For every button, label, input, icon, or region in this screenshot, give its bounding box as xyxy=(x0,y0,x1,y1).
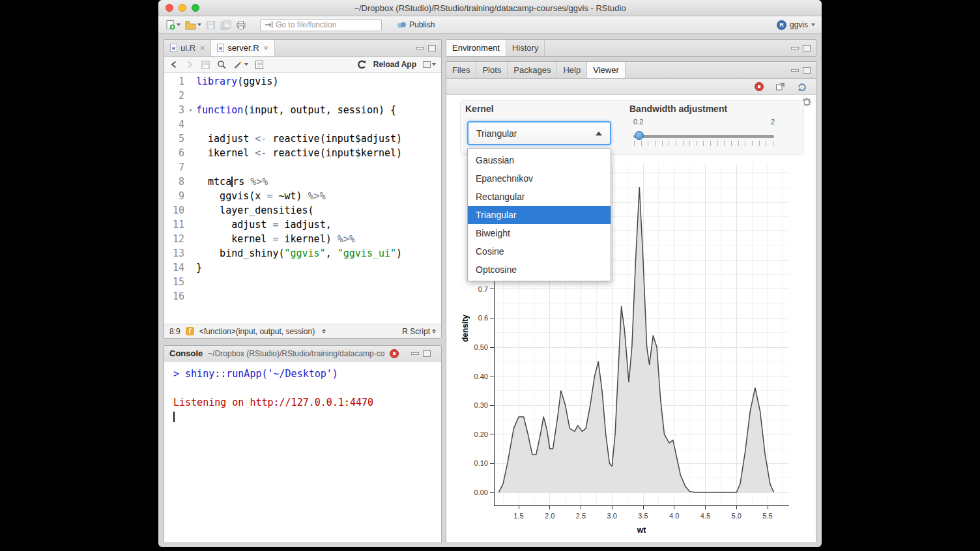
tab-files[interactable]: Files xyxy=(446,62,476,78)
bandwidth-slider-handle[interactable] xyxy=(635,131,644,140)
kernel-option-cosine[interactable]: Cosine xyxy=(468,242,611,261)
kernel-option-epanechnikov[interactable]: Epanechnikov xyxy=(468,169,611,188)
close-tab-icon[interactable]: × xyxy=(200,44,205,53)
svg-text:4.0: 4.0 xyxy=(669,512,679,520)
slider-min-label: 0.2 xyxy=(633,118,643,126)
refresh-icon[interactable] xyxy=(797,82,807,92)
tab-viewer[interactable]: Viewer xyxy=(587,62,626,78)
code-tools-button[interactable] xyxy=(233,60,248,70)
save-all-button[interactable] xyxy=(220,20,231,30)
cursor-position: 8:9 xyxy=(169,327,180,336)
tab-label: Files xyxy=(452,65,470,75)
maximize-pane-button[interactable] xyxy=(803,45,811,51)
open-in-new-window-icon[interactable] xyxy=(775,82,785,91)
code-editor[interactable]: 1 library(ggvis)2 3▾function(input, outp… xyxy=(164,73,441,324)
code-tools-caret-icon xyxy=(244,63,248,66)
publish-icon xyxy=(397,21,407,29)
kernel-dropdown: Gaussian Epanechnikov Rectangular Triang… xyxy=(467,148,611,281)
source-pane: R ui.R × R server.R × xyxy=(164,39,442,339)
source-tabbar: R ui.R × R server.R × xyxy=(164,40,441,57)
kernel-option-biweight[interactable]: Biweight xyxy=(468,224,611,242)
zoom-window-button[interactable] xyxy=(192,4,199,12)
maximize-pane-button[interactable] xyxy=(423,350,431,357)
file-type-selector[interactable]: R Script xyxy=(402,327,430,336)
maximize-pane-button[interactable] xyxy=(428,45,436,51)
compile-report-icon[interactable] xyxy=(255,60,264,70)
tab-history[interactable]: History xyxy=(506,40,545,56)
print-button[interactable] xyxy=(236,20,246,30)
svg-text:0.7: 0.7 xyxy=(478,285,488,293)
project-selector[interactable]: R ggvis xyxy=(777,20,815,30)
bandwidth-slider-track[interactable] xyxy=(633,135,774,138)
tab-ui-r[interactable]: R ui.R × xyxy=(164,40,211,56)
svg-text:5.5: 5.5 xyxy=(762,512,772,520)
minimize-window-button[interactable] xyxy=(179,4,186,12)
r-file-icon: R xyxy=(217,44,224,52)
publish-label: Publish xyxy=(409,20,435,29)
svg-text:wt: wt xyxy=(637,526,646,535)
stop-icon[interactable] xyxy=(390,349,399,358)
viewer-toolbar xyxy=(446,79,816,95)
console-title: Console xyxy=(169,348,203,358)
goto-file-input[interactable] xyxy=(276,20,373,29)
svg-text:2.5: 2.5 xyxy=(576,512,586,520)
kernel-option-triangular[interactable]: Triangular xyxy=(468,206,611,224)
new-file-icon xyxy=(165,20,175,30)
r-project-icon: R xyxy=(777,20,786,30)
file-type-updown-icon xyxy=(432,329,436,333)
minimize-pane-button[interactable] xyxy=(791,47,799,49)
maximize-pane-button[interactable] xyxy=(803,67,811,74)
svg-text:0.40: 0.40 xyxy=(474,373,488,380)
minimize-pane-button[interactable] xyxy=(411,352,419,355)
kernel-option-optcosine[interactable]: Optcosine xyxy=(468,261,611,279)
scope-selector[interactable]: <function>(input, output, session) xyxy=(199,327,315,336)
find-icon[interactable] xyxy=(217,60,227,70)
editor-toolbar: Reload App xyxy=(164,57,441,73)
tab-plots[interactable]: Plots xyxy=(476,62,508,78)
stop-app-icon[interactable] xyxy=(755,82,764,91)
save-file-icon[interactable] xyxy=(201,60,210,70)
svg-text:0.50: 0.50 xyxy=(474,343,488,351)
console-header[interactable]: Console ~/Dropbox (RStudio)/RStudio/trai… xyxy=(164,346,441,361)
console-output[interactable]: > shiny::runApp('~/Desktop') Listening o… xyxy=(164,361,441,543)
editor-statusbar: 8:9 f <function>(input, output, session)… xyxy=(164,324,441,338)
svg-text:3.5: 3.5 xyxy=(638,512,648,520)
tab-help[interactable]: Help xyxy=(557,62,587,78)
new-file-caret-icon xyxy=(177,23,180,26)
tab-label: Environment xyxy=(452,43,500,53)
viewer-pane: Files Plots Packages Help Viewer Ker xyxy=(446,61,816,543)
reload-app-icon[interactable] xyxy=(356,60,367,70)
svg-text:0.30: 0.30 xyxy=(474,401,488,409)
source-pane-menu-button[interactable] xyxy=(423,61,436,68)
kernel-option-gaussian[interactable]: Gaussian xyxy=(468,151,611,169)
svg-text:R: R xyxy=(172,46,175,51)
forward-icon[interactable] xyxy=(185,60,194,69)
back-icon[interactable] xyxy=(169,60,179,69)
open-file-button[interactable] xyxy=(185,20,201,30)
tab-label: Packages xyxy=(513,65,551,75)
minimize-pane-button[interactable] xyxy=(791,69,799,72)
minimize-pane-button[interactable] xyxy=(416,47,424,49)
traffic-lights xyxy=(166,4,199,12)
rstudio-window: ~/Dropbox (RStudio)/RStudio/training/dat… xyxy=(158,0,822,547)
publish-button[interactable]: Publish xyxy=(397,20,435,29)
close-window-button[interactable] xyxy=(166,4,173,12)
close-tab-icon[interactable]: × xyxy=(264,44,268,53)
svg-text:density: density xyxy=(461,315,470,342)
save-button[interactable] xyxy=(206,20,216,30)
tab-environment[interactable]: Environment xyxy=(446,40,506,56)
kernel-select[interactable]: Triangular xyxy=(467,121,611,145)
desktop-background: ~/Dropbox (RStudio)/RStudio/training/dat… xyxy=(0,0,980,551)
new-file-button[interactable] xyxy=(165,20,180,30)
shiny-app-view: Kernel Triangular Gaussian Epanechnikov … xyxy=(446,95,816,543)
svg-text:R: R xyxy=(219,46,222,51)
tab-server-r[interactable]: R server.R × xyxy=(211,40,274,56)
tab-packages[interactable]: Packages xyxy=(508,62,557,78)
open-file-caret-icon xyxy=(197,23,201,26)
reload-app-button[interactable]: Reload App xyxy=(373,60,416,69)
kernel-option-rectangular[interactable]: Rectangular xyxy=(468,188,611,206)
kernel-select-value: Triangular xyxy=(476,128,517,139)
bandwidth-label: Bandwidth adjustment xyxy=(629,104,727,114)
pane-icon xyxy=(423,61,431,68)
window-title: ~/Dropbox (RStudio)/RStudio/training/dat… xyxy=(354,3,626,13)
